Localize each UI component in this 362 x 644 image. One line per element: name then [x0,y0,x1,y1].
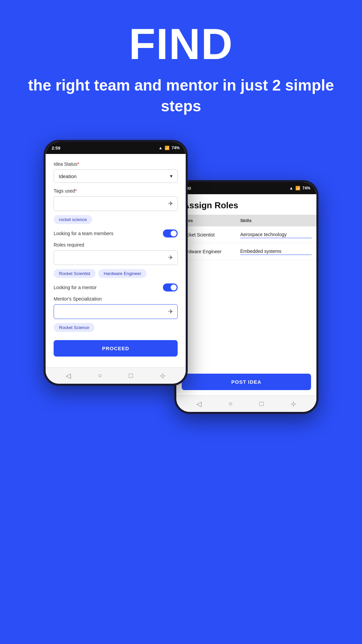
tags-list: rocket science [54,215,178,224]
phone2-content: Assign Roles Roles Skills Rocket Scienti… [176,194,316,395]
nav-back-icon[interactable]: ◁ [66,372,71,380]
skill-aerospace-input[interactable] [240,231,312,238]
roles-required-label: Roles required [54,242,178,248]
phone1-signal-icon: 📶 [165,146,170,150]
mentor-tags-list: Rocket Science [54,323,178,332]
assign-roles-title: Assign Roles [176,194,316,215]
mentor-spec-label: Mentor's Specialization [54,296,178,302]
tags-input-row[interactable]: ✈ [54,196,178,211]
phone1-notch [99,142,132,151]
mentor-send-icon: ✈ [168,308,173,315]
mentor-input[interactable] [58,309,168,315]
dropdown-arrow-icon: ▾ [170,173,173,179]
phone2-notch [230,182,263,192]
phones-row: 2:59 ▲ 📶 74% Idea Status* Ideation ▾ Tag… [13,140,349,414]
phone-2: 3:00 ▲ 📶 74% Assign Roles Roles Skills [174,180,318,414]
phone2-signal-icon: 📶 [295,186,300,191]
nav2-recent-icon[interactable]: □ [259,400,263,408]
phone2-nav-bar: ◁ ○ □ ⊹ [176,395,316,412]
tags-send-icon: ✈ [168,200,173,207]
team-toggle-label: Looking for a team members [54,231,113,236]
phone1-nav-bar: ◁ ○ □ ⊹ [46,367,186,384]
mentor-toggle[interactable] [163,283,178,291]
phone1-wifi-icon: ▲ [159,146,163,150]
proceed-button[interactable]: PROCEED [54,340,178,357]
tag-rocket-science-mentor: Rocket Science [54,323,95,332]
nav-recent-icon[interactable]: □ [129,372,133,380]
mentor-toggle-row: Looking for a mentor [54,283,178,291]
tag-hardware-engineer: Hardware Engineer [98,269,146,278]
tags-input[interactable] [58,201,168,207]
hero-subtitle: the right team and mentor in just 2 simp… [13,75,349,116]
nav-home-icon[interactable]: ○ [98,372,102,380]
roles-input[interactable] [58,255,168,261]
phone1-status-right: ▲ 📶 74% [159,146,180,150]
nav-extra-icon[interactable]: ⊹ [160,372,166,380]
roles-input-row[interactable]: ✈ [54,250,178,265]
page-title: FIND [129,20,233,68]
skill-aerospace [236,226,316,243]
roles-send-icon: ✈ [168,254,173,261]
phone1-status-bar: 2:59 ▲ 📶 74% [46,142,186,154]
tag-rocket-science: rocket science [54,215,92,224]
mentor-input-row[interactable]: ✈ [54,304,178,319]
skill-embedded-input[interactable] [240,248,312,255]
phone1-content: Idea Status* Ideation ▾ Tags used* ✈ roc… [46,154,186,367]
team-toggle[interactable] [163,229,178,237]
nav2-extra-icon[interactable]: ⊹ [291,400,296,408]
idea-status-label: Idea Status* [54,161,178,167]
phone2-status-right: ▲ 📶 74% [289,186,310,191]
mentor-toggle-label: Looking for a mentor [54,285,97,290]
nav2-back-icon[interactable]: ◁ [196,400,201,408]
phone1-battery: 74% [172,146,180,150]
table-row: Hardware Engineer [176,243,316,260]
team-toggle-row: Looking for a team members [54,229,178,237]
roles-list: Rocket Scientist Hardware Engineer [54,269,178,278]
idea-status-value: Ideation [59,173,76,179]
tag-rocket-scientist: Rocket Scientist [54,269,96,278]
nav2-home-icon[interactable]: ○ [229,400,233,408]
phone-1: 2:59 ▲ 📶 74% Idea Status* Ideation ▾ Tag… [44,140,188,386]
tags-label: Tags used* [54,188,178,194]
phone1-time: 2:59 [52,146,60,151]
idea-status-dropdown[interactable]: Ideation ▾ [54,169,178,183]
phone2-battery: 74% [302,186,310,191]
post-idea-button[interactable]: POST IDEA [182,374,311,390]
table-row: Rocket Scientist [176,226,316,243]
phone2-status-bar: 3:00 ▲ 📶 74% [176,182,316,194]
skill-embedded [236,243,316,260]
phone2-wifi-icon: ▲ [289,186,293,191]
skills-col-header: Skills [236,215,316,226]
roles-table: Roles Skills Rocket Scientist Hardware E… [176,215,316,260]
